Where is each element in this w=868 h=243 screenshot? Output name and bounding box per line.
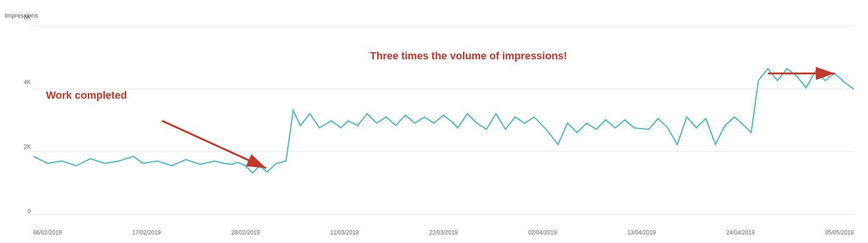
annotation-three-times: Three times the volume of impressions! (370, 50, 567, 62)
y-tick-4k: 4K (24, 79, 31, 85)
x-tick-3: 28/02/2019 (231, 229, 259, 236)
x-tick-2: 17/02/2019 (132, 229, 161, 236)
x-tick-4: 11/03/2019 (330, 229, 359, 236)
x-tick-6: 02/04/2019 (528, 229, 557, 236)
chart-container: Impressions 6K 4K 2K 0 (0, 0, 868, 243)
x-tick-7: 13/04/2019 (627, 229, 656, 236)
y-tick-2k: 2K (24, 143, 31, 150)
y-tick-6k: 6K (24, 14, 31, 21)
x-axis-ticks: 06/02/2019 17/02/2019 28/02/2019 11/03/2… (33, 229, 854, 236)
x-tick-8: 24/04/2019 (726, 229, 755, 236)
y-axis-ticks: 6K 4K 2K 0 (5, 14, 31, 215)
x-tick-9: 05/05/2019 (825, 229, 854, 236)
annotation-work-completed: Work completed (46, 89, 127, 102)
x-tick-1: 06/02/2019 (33, 229, 62, 236)
x-tick-5: 22/03/2019 (429, 229, 458, 236)
chart-line (33, 69, 854, 173)
y-tick-0: 0 (28, 208, 31, 215)
grid-line-0 (33, 214, 854, 215)
